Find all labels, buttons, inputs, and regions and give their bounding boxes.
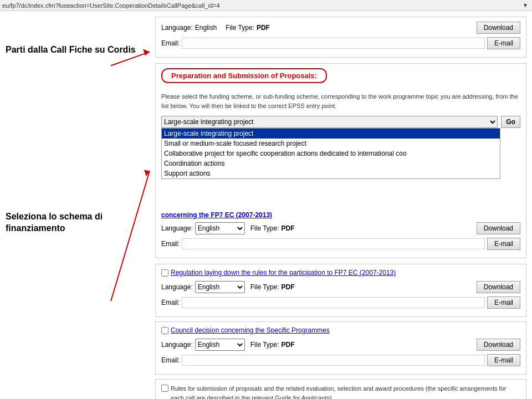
regulation-checkbox[interactable] [161, 269, 168, 277]
language-label-prep: Language: [161, 224, 193, 232]
language-select-prep[interactable]: English [195, 222, 245, 234]
email-input-reg[interactable] [182, 297, 485, 308]
preparation-title: Preparation and Submission of Proposals: [161, 68, 327, 83]
email-label-top: Email: [161, 39, 180, 47]
annotation-1: Parti dalla Call Fiche su Cordis [6, 44, 150, 56]
email-label-council: Email: [161, 356, 180, 364]
address-bar-url: eu/fp7/dc/index.cfm?fuseaction=UserSite.… [2, 2, 521, 9]
filetype-label-prep: File Type: [250, 224, 279, 232]
language-label-top: Language: [161, 24, 193, 32]
dropdown-option-4[interactable]: Coordination actions [162, 158, 500, 168]
rules-checkbox[interactable] [161, 385, 168, 392]
rules-section: Rules for submission of proposals and th… [155, 379, 526, 399]
download-button-council[interactable]: Download [477, 339, 520, 351]
filetype-label-reg: File Type: [250, 283, 279, 291]
top-download-block: Language: English File Type: PDF Downloa… [155, 17, 526, 58]
language-label-reg: Language: [161, 283, 193, 291]
preparation-description: Please select the funding scheme, or sub… [161, 92, 520, 110]
email-button-top[interactable]: E-mail [487, 37, 520, 49]
filetype-value-reg: PDF [282, 283, 295, 291]
filetype-value-council: PDF [282, 341, 295, 349]
email-input-prep[interactable] [182, 238, 485, 249]
dropdown-option-1[interactable]: Large-scale integrating project [162, 129, 500, 139]
regulation-title[interactable]: Regulation laying down the rules for the… [171, 269, 396, 277]
email-label-reg: Email: [161, 299, 180, 306]
annotation-2: Seleziona lo schema di finanziamento [6, 211, 150, 234]
language-select-council[interactable]: English [195, 339, 245, 351]
preparation-section: Preparation and Submission of Proposals:… [155, 63, 526, 258]
email-input-top[interactable] [182, 38, 485, 49]
filetype-value-prep: PDF [282, 224, 295, 232]
download-button-reg[interactable]: Download [477, 281, 520, 293]
linked-title[interactable]: concerning the FP7 EC (2007-2013) [161, 211, 272, 219]
svg-line-2 [111, 171, 150, 301]
regulation-section: Regulation laying down the rules for the… [155, 264, 526, 317]
email-input-council[interactable] [182, 355, 485, 366]
council-section: Council decision concerning the Specific… [155, 321, 526, 375]
email-button-reg[interactable]: E-mail [487, 296, 520, 309]
dropdown-option-3[interactable]: Collaborative project for specific coope… [162, 149, 500, 158]
svg-marker-3 [144, 170, 150, 177]
dropdown-open: Large-scale integrating project Small or… [161, 128, 500, 179]
filetype-value-top: PDF [257, 24, 270, 32]
dropdown-option-2[interactable]: Small or medium-scale focused research p… [162, 139, 500, 149]
council-checkbox[interactable] [161, 327, 168, 334]
download-button-top[interactable]: Download [477, 22, 520, 34]
language-label-council: Language: [161, 341, 193, 349]
email-button-council[interactable]: E-mail [487, 354, 520, 366]
language-select-reg[interactable]: English [195, 281, 245, 293]
download-button-prep[interactable]: Download [477, 222, 520, 234]
go-button[interactable]: Go [501, 116, 520, 128]
filetype-label-top: File Type: [226, 24, 254, 32]
scheme-select[interactable]: Large-scale integrating project Small or… [161, 116, 498, 128]
email-button-prep[interactable]: E-mail [487, 238, 520, 250]
scroll-arrow[interactable]: ▼ [521, 2, 530, 8]
email-label-prep: Email: [161, 240, 180, 248]
language-value-top: English [195, 24, 217, 32]
dropdown-option-5[interactable]: Support actions [162, 168, 500, 178]
council-title[interactable]: Council decision concerning the Specific… [171, 326, 330, 334]
filetype-label-council: File Type: [250, 341, 279, 349]
rules-text: Rules for submission of proposals and th… [171, 384, 520, 399]
